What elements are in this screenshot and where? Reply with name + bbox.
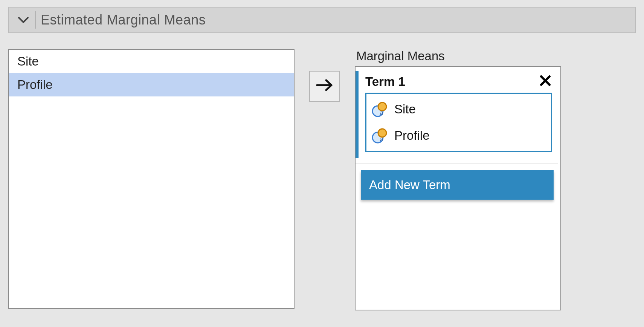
move-right-button[interactable] — [309, 71, 340, 102]
svg-text:a: a — [380, 109, 383, 116]
add-new-term-label: Add New Term — [369, 178, 450, 192]
section-header[interactable]: Estimated Marginal Means — [8, 7, 636, 33]
term-variable-label: Site — [394, 102, 416, 116]
section-title: Estimated Marginal Means — [41, 12, 206, 28]
nominal-variable-icon: a — [370, 125, 391, 146]
add-new-term-button[interactable]: Add New Term — [361, 170, 554, 200]
svg-text:a: a — [380, 135, 383, 143]
marginal-means-list[interactable]: Term 1 — [355, 66, 561, 310]
term-variable-label: Profile — [394, 128, 430, 143]
source-item[interactable]: Profile — [9, 73, 294, 96]
nominal-variable-icon: a — [370, 99, 391, 119]
term-divider — [356, 164, 558, 164]
target-list-label: Marginal Means — [356, 49, 561, 63]
close-icon — [540, 75, 551, 89]
chevron-down-icon — [18, 14, 29, 26]
term-variable[interactable]: a Site — [369, 96, 549, 122]
header-separator — [35, 11, 36, 29]
term-title: Term 1 — [365, 75, 405, 89]
source-item[interactable]: Site — [9, 50, 294, 73]
collapse-toggle[interactable] — [12, 8, 35, 32]
term-card[interactable]: Term 1 — [356, 71, 558, 158]
term-variable[interactable]: a Profile — [369, 122, 549, 149]
term-variable-list[interactable]: a Site a — [365, 93, 552, 152]
remove-term-button[interactable] — [539, 75, 552, 89]
arrow-right-icon — [316, 79, 334, 94]
source-variable-list[interactable]: Site Profile — [8, 49, 295, 309]
